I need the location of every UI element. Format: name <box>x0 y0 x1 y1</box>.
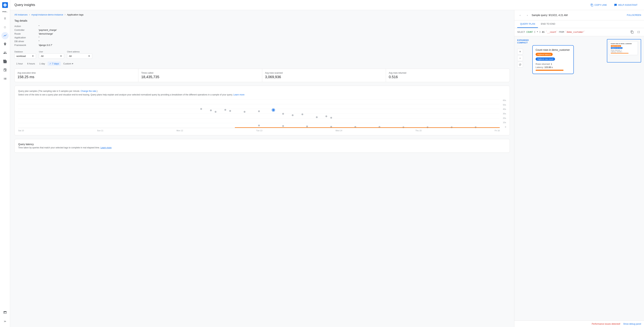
tab-end-to-end[interactable]: END TO END <box>538 20 558 28</box>
sql-text: SELECT COUNT ( * ) AS `__count` FROM `de… <box>517 31 630 33</box>
client-address-filter-select[interactable]: All ▼ <box>67 54 92 59</box>
chart-dot-14[interactable] <box>330 117 332 119</box>
copy-link-button[interactable]: COPY LINK <box>588 2 609 8</box>
sidebar-item-list[interactable] <box>2 75 9 82</box>
learn-more-link-qps[interactable]: Learn more <box>234 94 244 96</box>
sidebar-item-dashboard[interactable]: ◻ <box>2 24 9 30</box>
prev-icon: ‹ <box>520 14 520 16</box>
time-btn-1hour[interactable]: 1 hour <box>14 62 25 66</box>
chart-dot-11[interactable] <box>302 114 303 115</box>
copy-icon <box>630 30 634 34</box>
tag-row-dbdriver: DB driver '' <box>14 40 510 43</box>
chart-dot-4[interactable] <box>224 109 226 111</box>
y-label-60: 60s <box>503 99 506 102</box>
x-label-sat10: Sat 10 <box>18 130 24 132</box>
tag-row-controller: Controller 'payment_charge' <box>14 28 510 32</box>
chart-dot-1[interactable] <box>200 108 202 110</box>
zoom-out-button[interactable]: − <box>517 55 523 61</box>
user-filter-value: All <box>41 55 44 58</box>
time-range: 1 hour 6 hours 1 day ✓ 7 days Custom ▾ <box>14 62 510 66</box>
ql-title: Query latency <box>18 143 506 146</box>
sidebar-item-connect[interactable] <box>2 66 9 74</box>
chart-dot-10[interactable] <box>292 114 294 116</box>
stat-label-times-called: Times called <box>141 72 259 74</box>
stat-value-times-called: 18,435,735 <box>141 75 259 79</box>
time-btn-6hours[interactable]: 6 hours <box>26 62 37 66</box>
time-btn-1day[interactable]: 1 day <box>38 62 47 66</box>
breadcrumb-sep-1: › <box>29 13 30 16</box>
stats-grid: Avg execution time 158.25 ms Times calle… <box>14 68 510 82</box>
tab-query-plan[interactable]: QUERY PLAN <box>517 20 538 28</box>
minimap-title: Count rows in demo_customer <box>611 43 636 44</box>
x-label-tue13: Tue 13 <box>256 130 262 132</box>
sidebar-item-storage[interactable] <box>2 58 9 65</box>
tag-key-dbdriver: DB driver <box>14 40 34 43</box>
next-query-button[interactable]: › <box>524 12 530 18</box>
time-btn-7days[interactable]: ✓ 7 days <box>48 62 61 66</box>
tag-val-route: 'demo/charge' <box>38 32 53 35</box>
chart-dot-16[interactable] <box>282 125 284 127</box>
stat-avg-rows-returned: Avg rows returned 0.516 <box>386 69 510 82</box>
chart-dot-17[interactable] <box>306 126 308 127</box>
status-bar: Performance issues detected! Show debug … <box>514 320 644 327</box>
stat-label-avg-rows-returned: Avg rows returned <box>389 72 507 74</box>
app-logo <box>2 2 8 8</box>
stat-value-avg-execution: 158.25 ms <box>18 75 135 79</box>
stat-value-avg-rows-returned: 0.516 <box>389 75 507 79</box>
storage-icon <box>3 60 7 64</box>
tag-row-framework: Framework 'django:3.0.7' <box>14 43 510 47</box>
sidebar-item-users[interactable] <box>2 49 9 56</box>
chart-dot-3[interactable] <box>215 111 216 113</box>
gridline-50 <box>18 104 500 104</box>
tag-key-application: Application <box>14 36 34 39</box>
fullscreen-button[interactable]: FULLSCREEN <box>627 14 641 16</box>
learn-more-link-latency[interactable]: Learn more <box>100 146 112 149</box>
expanded-toggle[interactable]: EXPANDED <box>517 39 529 41</box>
chart-dot-selected[interactable] <box>272 109 275 111</box>
compact-toggle[interactable]: COMPACT <box>517 42 529 44</box>
chart-dot-7[interactable] <box>258 110 260 112</box>
ql-desc-text: Time taken by queries that match your se… <box>18 146 100 149</box>
qps-description: Select one of the dots to see a query pl… <box>18 93 506 96</box>
sample-query-title: Sample query: 9/13/22, 4:21 AM <box>532 14 626 16</box>
help-assistant-button[interactable]: HELP ASSISTANT <box>612 2 640 8</box>
zoom-in-button[interactable]: + <box>517 49 523 54</box>
tag-key-controller: Controller <box>14 29 34 31</box>
chart-dot-9[interactable] <box>282 113 284 115</box>
sidebar-item-terminal[interactable] <box>2 309 9 316</box>
user-filter-select[interactable]: All ▼ <box>39 54 64 59</box>
y-label-40: 40s <box>503 108 506 110</box>
tag-key-route: Route <box>14 32 34 35</box>
sidebar-item-routing[interactable] <box>2 41 9 48</box>
chart-dot-6[interactable] <box>244 111 246 113</box>
tag-details-title: Tag details <box>14 19 510 22</box>
sidebar-item-expand[interactable]: ≫ <box>2 318 9 325</box>
copy-sql-button[interactable] <box>630 30 635 34</box>
insights-icon <box>3 34 7 38</box>
expand-sql-button[interactable] <box>636 30 641 34</box>
chart-dot-15[interactable] <box>258 124 260 126</box>
sidebar-item-insights[interactable] <box>2 32 9 39</box>
database-filter-group: Database workload ▼ <box>14 50 36 59</box>
minimap-rows-returned: Rows returned: 1 <box>611 49 636 51</box>
time-btn-custom[interactable]: Custom ▾ <box>62 62 75 66</box>
expand-icon <box>637 30 640 34</box>
latency-bar <box>536 70 564 71</box>
breadcrumb-instance[interactable]: mysql-instance-demo-instance <box>31 13 63 16</box>
topbar-actions: COPY LINK HELP ASSISTANT <box>588 2 640 8</box>
chart-dot-5[interactable] <box>229 110 231 112</box>
node-card-main[interactable]: Count rows in demo_customer Highest late… <box>532 45 574 74</box>
chart-dot-13[interactable] <box>326 116 327 117</box>
breadcrumb: All instances › mysql-instance-demo-inst… <box>14 13 510 16</box>
database-filter-select[interactable]: workload ▼ <box>14 54 36 59</box>
chart-dot-12[interactable] <box>316 116 318 118</box>
show-debug-panel-button[interactable]: Show debug panel <box>623 323 641 325</box>
stat-label-avg-rows-scanned: Avg rows scanned <box>265 72 383 74</box>
gridline-20 <box>18 118 500 118</box>
breadcrumb-all-instances[interactable]: All instances <box>14 13 28 16</box>
change-rate-link[interactable]: Change the rate. <box>81 90 97 92</box>
reset-zoom-button[interactable] <box>517 62 523 68</box>
prev-query-button[interactable]: ‹ <box>517 12 523 18</box>
chart-dot-2[interactable] <box>210 110 212 111</box>
sidebar-item-menu[interactable]: ☰ <box>2 15 9 22</box>
